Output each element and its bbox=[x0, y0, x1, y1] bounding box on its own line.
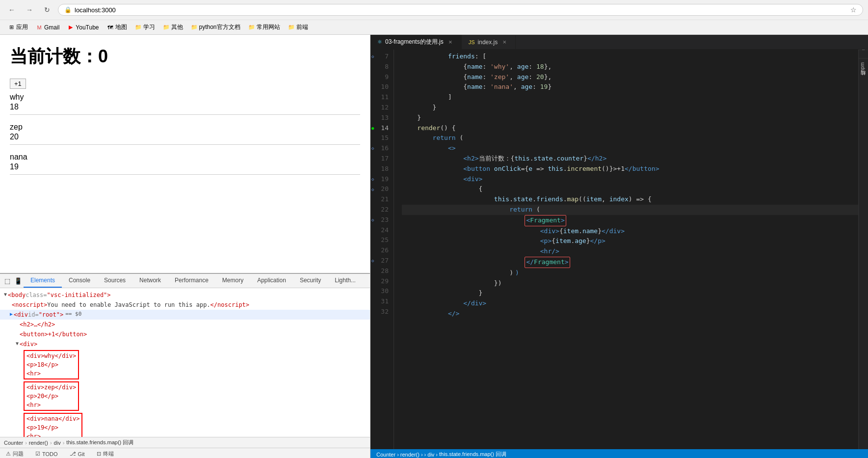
dom-line-h2: <h2>…</h2> bbox=[0, 320, 370, 329]
tab-security[interactable]: Security bbox=[293, 274, 328, 288]
div-expand-arrow[interactable]: ▼ bbox=[16, 340, 19, 347]
line-num-23: ◇ 23 bbox=[370, 215, 394, 225]
device-toolbar-button[interactable]: 📱 bbox=[13, 275, 24, 286]
forward-button[interactable]: → bbox=[23, 3, 36, 17]
line-num-24: 24 bbox=[370, 225, 394, 236]
tab-application[interactable]: Application bbox=[250, 274, 293, 288]
bookmark-gmail[interactable]: M Gmail bbox=[33, 23, 62, 32]
tab-fragments[interactable]: ⚛ 03-fragments的使用.js × bbox=[370, 35, 462, 49]
code-line-8: {name: 'why', age: 18}, bbox=[402, 62, 858, 72]
issues-icon: ⚠ bbox=[6, 451, 11, 457]
tab-network[interactable]: Network bbox=[132, 274, 168, 288]
line-num-14: ● 14 bbox=[370, 123, 394, 134]
back-button[interactable]: ← bbox=[5, 3, 19, 17]
dom-line-body: ▼ <body class= "vsc-initialized" > bbox=[0, 290, 370, 300]
line-num-28: 28 bbox=[370, 266, 394, 276]
tab-performance[interactable]: Performance bbox=[168, 274, 215, 288]
tab-lighthouse[interactable]: Lighth... bbox=[328, 274, 363, 288]
side-label-favorites[interactable]: 收藏夹 bbox=[859, 50, 868, 58]
line-num-13: 13 bbox=[370, 113, 394, 123]
bookmark-label: YouTube bbox=[76, 24, 99, 31]
bottom-bar-issues[interactable]: ⚠ 问题 bbox=[4, 449, 26, 458]
expand-arrow[interactable]: ▼ bbox=[4, 291, 7, 298]
code-line-18: <button onClick={e => this.increment()}>… bbox=[402, 164, 858, 174]
tab-memory[interactable]: Memory bbox=[215, 274, 250, 288]
code-line-29: }) bbox=[402, 278, 858, 289]
dom-line-button: <button>+1</button> bbox=[0, 329, 370, 339]
bottom-bar-git[interactable]: ⎇ Git bbox=[68, 450, 87, 458]
code-line-9: {name: 'zep', age: 20}, bbox=[402, 72, 858, 82]
dom-line-nana-group: <div>nana</div> <p>19</p> <hr> bbox=[24, 412, 370, 437]
tab-console[interactable]: Console bbox=[62, 274, 97, 288]
url-input[interactable] bbox=[75, 6, 847, 14]
line-num-26: 26 bbox=[370, 245, 394, 256]
code-line-27: </Fragment> bbox=[402, 257, 858, 268]
tab-index[interactable]: JS index.js × bbox=[462, 35, 516, 49]
left-panel: 当前计数：0 +1 why 18 zep 20 nana 19 ⬚ 📱 bbox=[0, 35, 370, 458]
right-side-labels: 收藏夹 npm 结构 bbox=[858, 50, 868, 449]
tab-index-close[interactable]: × bbox=[500, 38, 508, 46]
tab-sources[interactable]: Sources bbox=[97, 274, 132, 288]
editor-body: ◇ 7 8 9 10 11 12 13 ● 14 15 ◇ 16 17 bbox=[370, 50, 868, 449]
code-line-21: this.state.friends.map((item, index) => … bbox=[402, 194, 858, 205]
devtools-tab-bar: ⬚ 📱 Elements Console Sources Network Per… bbox=[0, 274, 370, 288]
line-diamond-20: ◇ bbox=[371, 186, 374, 193]
line-num-9: 9 bbox=[370, 72, 394, 82]
line-diamond-7: ◇ bbox=[371, 53, 374, 60]
bookmark-map[interactable]: 🗺 地图 bbox=[104, 22, 130, 32]
bookmark-apps[interactable]: ⊞ 应用 bbox=[5, 22, 31, 32]
code-line-22: return ( bbox=[402, 205, 858, 215]
breadcrumb-counter: Counter bbox=[4, 440, 23, 446]
line-num-19: ◇ 19 bbox=[370, 174, 394, 185]
map-callback-label: this.state.friends.map() 回调 bbox=[439, 451, 506, 458]
lock-icon: 🔒 bbox=[64, 6, 72, 13]
folder-frontend-icon: 📁 bbox=[288, 24, 295, 31]
code-line-17: <h2>当前计数：{this.state.counter}</h2> bbox=[402, 154, 858, 164]
code-editor[interactable]: friends: [ {name: 'why', age: 18}, {name… bbox=[394, 50, 858, 449]
code-line-16: <> bbox=[402, 143, 858, 154]
bottom-bar-todo[interactable]: ☑ TODO bbox=[33, 450, 60, 458]
bookmark-youtube[interactable]: ▶ YouTube bbox=[64, 23, 102, 32]
tab-elements[interactable]: Elements bbox=[24, 274, 62, 288]
bookmarks-bar: ⊞ 应用 M Gmail ▶ YouTube 🗺 地图 📁 学习 📁 其他 📁 … bbox=[0, 20, 868, 34]
increment-button[interactable]: +1 bbox=[10, 79, 26, 89]
bookmark-label: 前端 bbox=[296, 23, 308, 31]
bookmark-label: 地图 bbox=[115, 23, 127, 31]
bookmark-label: 应用 bbox=[16, 23, 28, 31]
line-num-12: 12 bbox=[370, 103, 394, 113]
code-line-11: ] bbox=[402, 92, 858, 103]
code-line-19: <div> bbox=[402, 174, 858, 185]
friend-why: why 18 bbox=[10, 93, 360, 115]
todo-icon: ☑ bbox=[35, 451, 40, 457]
star-icon[interactable]: ☆ bbox=[850, 6, 857, 14]
line-num-32: 32 bbox=[370, 307, 394, 317]
line-num-17: 17 bbox=[370, 154, 394, 164]
bookmark-python[interactable]: 📁 python官方文档 bbox=[188, 22, 243, 32]
bookmark-common[interactable]: 📁 常用网站 bbox=[245, 22, 283, 32]
side-label-structure[interactable]: 结构 bbox=[859, 76, 868, 83]
friend-zep-name: zep bbox=[10, 123, 360, 132]
bookmark-other[interactable]: 📁 其他 bbox=[160, 22, 186, 32]
status-counter[interactable]: Counter › render() › › div › this.state.… bbox=[374, 450, 508, 458]
code-line-31: </div> bbox=[402, 298, 858, 309]
tab-fragments-label: 03-fragments的使用.js bbox=[385, 38, 444, 46]
code-line-12: } bbox=[402, 103, 858, 113]
inspect-element-button[interactable]: ⬚ bbox=[2, 275, 13, 286]
bookmark-study[interactable]: 📁 学习 bbox=[132, 22, 158, 32]
bookmark-label: python官方文档 bbox=[199, 23, 240, 31]
devtools-breadcrumb: Counter › render() › div › this.state.fr… bbox=[0, 437, 370, 448]
bookmark-frontend[interactable]: 📁 前端 bbox=[285, 22, 311, 32]
tab-fragments-close[interactable]: × bbox=[447, 38, 454, 46]
friend-nana-age: 19 bbox=[10, 162, 360, 171]
terminal-icon: ⊡ bbox=[97, 451, 101, 457]
code-line-26: <hr/> bbox=[402, 246, 858, 257]
breadcrumb-div: div bbox=[54, 440, 61, 446]
code-line-32: </> bbox=[402, 309, 858, 319]
refresh-button[interactable]: ↻ bbox=[40, 3, 54, 17]
bottom-bar-terminal[interactable]: ⊡ 终端 bbox=[95, 449, 116, 458]
git-icon: ⎇ bbox=[70, 451, 76, 457]
side-label-npm[interactable]: npm bbox=[859, 58, 868, 76]
code-line-7: friends: [ bbox=[402, 52, 858, 62]
dom-line-why-group: <div>why</div> <p>18</p> <hr> bbox=[24, 349, 370, 380]
closing-paren-highlight: ) bbox=[515, 268, 519, 278]
